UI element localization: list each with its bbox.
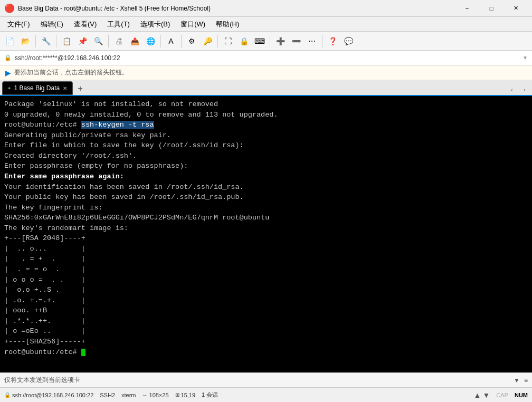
term-line-5: Created directory '/root/.ssh'.: [4, 151, 528, 161]
input-bar-label: 仅将文本发送到当前选项卡: [4, 376, 509, 385]
status-bar: 🔒 ssh://root@192.168.246.100:22 SSH2 xte…: [0, 387, 532, 402]
tab-navigation: ‹ ›: [507, 84, 530, 95]
tab-base-big-data[interactable]: ● 1 Base Big Data ✕: [2, 81, 73, 95]
tb-zoom-out[interactable]: ➖: [289, 34, 303, 49]
status-lock-icon: 🔒: [4, 392, 11, 398]
num-text: NUM: [515, 392, 528, 398]
menu-edit[interactable]: 编辑(E): [35, 17, 69, 31]
scroll-down-arrow[interactable]: ▼: [482, 391, 490, 399]
tb-more[interactable]: ⋯: [305, 34, 319, 49]
tb-copy[interactable]: 📋: [59, 34, 74, 49]
term-line-21: | .*.*..++. |: [4, 316, 528, 327]
term-line-1: 0 upgraded, 0 newly installed, 0 to remo…: [4, 110, 528, 120]
term-line-16: | . = = o . |: [4, 264, 528, 275]
term-line-15: | . = + . |: [4, 254, 528, 264]
tb-find[interactable]: 🔍: [91, 34, 106, 49]
term-line-2: root@ubuntu:/etc# ssh-keygen -t rsa: [4, 120, 528, 130]
tab-close-button[interactable]: ✕: [63, 85, 67, 91]
toolbar: 📄 📂 🔧 📋 📌 🔍 🖨 📤 🌐 A ⚙ 🔑 ⛶ 🔒 ⌨ ➕ ➖ ⋯ ❓ 💬: [0, 32, 532, 51]
term-line-11: SHA256:0xGArWnE8i82p6UEeGGGi7OWP8PCJ2PSd…: [4, 213, 528, 223]
tab-bar: ● 1 Base Big Data ✕ + ‹ ›: [0, 80, 532, 96]
term-line-7: Enter same passphrase again:: [4, 171, 528, 182]
tb-help[interactable]: ❓: [325, 34, 340, 49]
cap-text: CAP: [496, 392, 508, 398]
term-line-3: Generating public/private rsa key pair.: [4, 130, 528, 141]
tb-key2[interactable]: 🔑: [200, 34, 215, 49]
menu-file[interactable]: 文件(F): [2, 17, 35, 31]
status-num: NUM: [515, 392, 528, 398]
app-logo: 🔴: [4, 3, 15, 13]
status-size-text: 108×25: [149, 392, 169, 398]
status-encoding-text: xterm: [121, 392, 136, 398]
input-bar-arrow[interactable]: ▼: [514, 377, 520, 384]
term-line-10: The key fingerprint is:: [4, 203, 528, 213]
term-line-20: | ooo. ++B |: [4, 305, 528, 316]
tb-globe[interactable]: 🌐: [143, 34, 158, 49]
term-line-6: Enter passphrase (empty for no passphras…: [4, 161, 528, 171]
status-protocol-text: SSH2: [100, 392, 115, 398]
window-title: Base Big Data - root@ubuntu: /etc - Xshe…: [18, 5, 455, 12]
tb-new[interactable]: 📄: [2, 34, 17, 49]
maximize-button[interactable]: □: [479, 0, 504, 17]
term-line-22: | o =oEo .. |: [4, 326, 528, 337]
status-position-text: 15,19: [181, 392, 196, 398]
tb-font[interactable]: A: [164, 34, 178, 49]
tb-print[interactable]: 🖨: [111, 34, 126, 49]
term-line-0: Package 'selinux' is not installed, so n…: [4, 99, 528, 110]
term-line-13: +---[RSA 2048]----+: [4, 233, 528, 244]
tb-key1[interactable]: ⚙: [184, 34, 199, 49]
tb-extra[interactable]: 💬: [341, 34, 356, 49]
status-position: ⊞ 15,19: [175, 392, 196, 398]
address-bar: 🔒 ssh://root:******@192.168.246.100:22 ▼: [0, 51, 532, 65]
tb-lock[interactable]: 🔒: [236, 34, 251, 49]
input-bar-settings-icon[interactable]: ≡: [524, 377, 528, 384]
hint-arrow-icon: ▶: [5, 69, 11, 77]
term-line-9: Your public key has been saved in /root/…: [4, 192, 528, 203]
terminal[interactable]: Package 'selinux' is not installed, so n…: [0, 96, 532, 372]
tb-transfer[interactable]: 📤: [127, 34, 142, 49]
tb-keyboard[interactable]: ⌨: [252, 34, 267, 49]
address-lock-icon: 🔒: [4, 54, 12, 61]
tb-zoom-in[interactable]: ➕: [273, 34, 288, 49]
status-connection-text: ssh://root@192.168.246.100:22: [12, 392, 93, 398]
tab-label: 1 Base Big Data: [14, 84, 60, 92]
term-line-18: | o.o +..S . |: [4, 285, 528, 295]
menu-window[interactable]: 窗口(W): [175, 17, 211, 31]
term-line-8: Your identification has been saved in /r…: [4, 182, 528, 193]
tab-nav-left[interactable]: ‹: [507, 84, 517, 95]
tb-fullscreen[interactable]: ⛶: [221, 34, 235, 49]
terminal-container: Package 'selinux' is not installed, so n…: [0, 96, 532, 372]
tb-properties[interactable]: 🔧: [39, 34, 53, 49]
new-tab-button[interactable]: +: [74, 82, 87, 95]
menu-help[interactable]: 帮助(H): [211, 17, 244, 31]
term-line-14: | .. o... |: [4, 244, 528, 254]
status-protocol: SSH2: [100, 392, 115, 398]
term-line-24: root@ubuntu:/etc#: [4, 347, 528, 358]
input-bar: 仅将文本发送到当前选项卡 ▼ ≡: [0, 372, 532, 387]
scroll-up-arrow[interactable]: ▲: [474, 391, 481, 399]
status-position-icon: ⊞: [175, 392, 179, 398]
term-line-12: The key's randomart image is:: [4, 223, 528, 234]
tb-open[interactable]: 📂: [18, 34, 33, 49]
status-size-icon: ↔: [142, 392, 148, 398]
status-cap: CAP: [496, 392, 508, 398]
term-line-17: | o o o = . . |: [4, 275, 528, 285]
term-line-4: Enter file in which to save the key (/ro…: [4, 140, 528, 151]
menu-tools[interactable]: 工具(T): [102, 17, 135, 31]
menu-view[interactable]: 查看(V): [69, 17, 102, 31]
status-sessions-text: 1 会话: [202, 391, 218, 399]
terminal-cursor: [81, 349, 86, 356]
title-bar: 🔴 Base Big Data - root@ubuntu: /etc - Xs…: [0, 0, 532, 17]
status-size: ↔ 108×25: [142, 392, 169, 398]
menu-tabs[interactable]: 选项卡(B): [135, 17, 175, 31]
address-dropdown-icon[interactable]: ▼: [522, 55, 528, 61]
highlighted-command: ssh-keygen -t rsa: [81, 121, 154, 129]
close-button[interactable]: ✕: [504, 0, 528, 17]
menu-bar: 文件(F) 编辑(E) 查看(V) 工具(T) 选项卡(B) 窗口(W) 帮助(…: [0, 17, 532, 32]
tb-paste[interactable]: 📌: [75, 34, 90, 49]
minimize-button[interactable]: −: [455, 0, 479, 17]
term-line-19: | .o. +.=.+. |: [4, 295, 528, 306]
status-sessions: 1 会话: [202, 391, 218, 399]
tab-nav-right[interactable]: ›: [519, 84, 530, 95]
status-encoding: xterm: [121, 392, 136, 398]
